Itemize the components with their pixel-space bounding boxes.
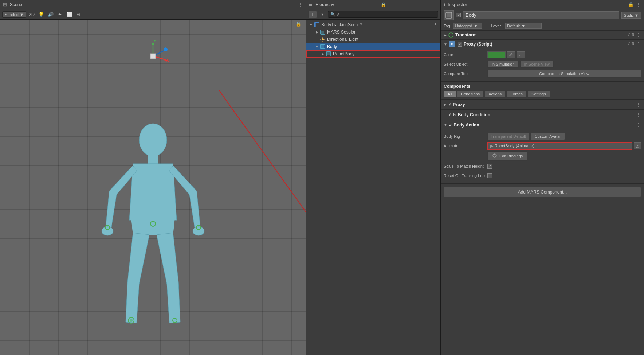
proxy-script-header[interactable]: ▼ # Proxy (Script) ? ⇅ ⋮	[441, 40, 644, 48]
custom-avatar-btn[interactable]: Custom Avatar	[531, 133, 565, 140]
search-label: All	[337, 12, 341, 17]
compare-simulation-btn[interactable]: Compare in Simulation View	[487, 70, 641, 78]
hierarchy-panel-title: Hierarchy	[315, 2, 334, 7]
edit-bindings-btn[interactable]: Edit Bindings	[487, 151, 527, 161]
scene-panel-header: ⊞ Scene ⋮	[0, 0, 306, 9]
tab-all[interactable]: All	[444, 90, 456, 98]
compare-tool-label: Compare Tool	[444, 71, 487, 76]
animator-label: Animator	[444, 144, 487, 148]
tab-actions[interactable]: Actions	[484, 90, 506, 98]
hierarchy-panel-header: ☰ Hierarchy 🔒 ⋮	[306, 0, 440, 9]
robot-body-icon	[326, 51, 331, 57]
hierarchy-lock-icon: 🔒	[381, 2, 386, 7]
color-more-btn[interactable]: ...	[517, 51, 525, 58]
btn-audio[interactable]: 🔊	[47, 11, 55, 18]
body-condition-title: ✓ Is Body Condition	[448, 112, 490, 117]
svg-point-45	[495, 156, 496, 157]
transform-component-header[interactable]: ▶ Transform ? ⇅ ⋮	[441, 31, 644, 39]
tab-settings[interactable]: Settings	[527, 90, 550, 98]
proxy-list-item[interactable]: ▶ ✓ Proxy ⋮	[441, 100, 644, 110]
eyedropper-btn[interactable]: 🖊	[507, 51, 515, 58]
btn-light[interactable]: 💡	[37, 11, 45, 18]
body-action-title: ✓ Body Action	[449, 122, 479, 128]
in-simulation-btn[interactable]: In Simulation	[487, 61, 519, 68]
body-condition-item[interactable]: ▶ ✓ Is Body Condition ⋮	[441, 110, 644, 120]
body-action-component: ▼ ✓ Body Action ⋮ Body Rig Transparent D…	[441, 120, 644, 184]
tree-item-robot-body[interactable]: ▶ RobotBody	[306, 50, 440, 58]
shading-dropdown[interactable]: Shaded ▼	[2, 11, 26, 18]
transparent-default-btn[interactable]: Transparent Default	[487, 133, 529, 140]
transform-help-icon[interactable]: ?	[628, 32, 630, 38]
components-label: Components	[444, 84, 641, 89]
scene-viewport: Y X Z	[0, 20, 306, 355]
inspector-content: Static ▼ Tag Untagged ▼ Layer Default ▼	[441, 9, 644, 355]
transform-icon	[448, 32, 454, 38]
animator-icon: ▶	[490, 144, 493, 148]
proxy-enabled-checkbox[interactable]	[458, 42, 462, 47]
btn-2d[interactable]: 2D	[28, 11, 36, 18]
scene-panel-menu[interactable]: ⋮	[298, 2, 303, 8]
tree-item-body[interactable]: ▼ Body	[306, 43, 440, 50]
add-component-row: Add MARS Component...	[441, 184, 644, 200]
object-name-row: Static ▼	[441, 9, 644, 21]
tree-arrow-scene: ▼	[309, 23, 313, 27]
edit-bindings-row: Edit Bindings	[444, 151, 641, 161]
svg-text:Y: Y	[154, 40, 156, 43]
tree-item-mars-session[interactable]: ▶ MARS Session	[306, 28, 440, 36]
animator-target-btn[interactable]: ◎	[634, 142, 641, 149]
body-action-menu[interactable]: ⋮	[636, 122, 641, 128]
scale-row: Scale To Match Height	[444, 162, 641, 170]
body-condition-menu[interactable]: ⋮	[636, 112, 641, 118]
search-box: 🔍 All	[328, 11, 438, 18]
select-object-label: Select Object	[444, 62, 487, 66]
tab-conditions[interactable]: Conditions	[457, 90, 484, 98]
add-component-btn[interactable]: Add MARS Component...	[444, 187, 641, 197]
edit-bindings-value: Edit Bindings	[487, 151, 641, 161]
proxy-list-expand: ▶	[444, 102, 447, 106]
tree-item-scene[interactable]: ▼ BodyTrackingScene* ⋮	[306, 21, 440, 28]
hierarchy-panel: ☰ Hierarchy 🔒 ⋮ + ▼ 🔍 All ▼ BodyTracking…	[306, 0, 441, 355]
scene-item-menu[interactable]: ⋮	[433, 23, 437, 27]
hierarchy-panel-menu[interactable]: ⋮	[432, 2, 437, 8]
gizmo-widget: Y X Z	[137, 40, 169, 73]
transform-align-icon[interactable]: ⇅	[631, 32, 635, 38]
scale-checkbox[interactable]	[487, 164, 492, 169]
proxy-align-icon[interactable]: ⇅	[631, 41, 635, 47]
animator-field[interactable]: ▶ RobotBody (Animator)	[487, 142, 632, 150]
add-hierarchy-btn[interactable]: +	[308, 11, 317, 18]
tab-forces[interactable]: Forces	[506, 90, 527, 98]
color-swatch[interactable]	[487, 51, 506, 58]
animator-value: ▶ RobotBody (Animator) ◎	[487, 142, 641, 150]
static-button[interactable]: Static ▼	[621, 12, 641, 19]
btn-gizmo[interactable]: ⊕	[75, 11, 83, 18]
animator-row: Animator ▶ RobotBody (Animator) ◎	[444, 142, 641, 150]
btn-scene[interactable]: ⬜	[66, 11, 74, 18]
dir-light-icon	[320, 36, 326, 42]
object-name-input[interactable]	[463, 11, 619, 19]
tree-item-dir-light[interactable]: ▶ Directional Light	[306, 36, 440, 43]
layer-dropdown[interactable]: Default ▼	[505, 23, 542, 29]
proxy-script-body: Color 🖊 ... Select Object In Simulation …	[441, 48, 644, 81]
reset-checkbox[interactable]	[487, 173, 492, 178]
proxy-help-icon[interactable]: ?	[628, 41, 630, 47]
svg-rect-32	[321, 45, 324, 48]
hierarchy-dropdown-btn[interactable]: ▼	[318, 11, 326, 18]
body-label: Body	[327, 44, 337, 49]
body-action-header[interactable]: ▼ ✓ Body Action ⋮	[441, 120, 644, 130]
proxy-script-title: Proxy (Script)	[464, 42, 626, 47]
tag-dropdown[interactable]: Untagged ▼	[453, 23, 482, 29]
inspector-menu[interactable]: ⋮	[636, 2, 641, 8]
transform-icons: ? ⇅ ⋮	[628, 32, 641, 38]
proxy-three-dots[interactable]: ⋮	[636, 41, 641, 47]
robot-body-label: RobotBody	[333, 51, 354, 56]
btn-fx[interactable]: ✦	[56, 11, 64, 18]
tree-arrow-mars: ▶	[315, 30, 319, 34]
object-enabled-checkbox[interactable]	[456, 13, 461, 17]
transform-three-dots[interactable]: ⋮	[636, 32, 641, 38]
proxy-script-component: ▼ # Proxy (Script) ? ⇅ ⋮ Color	[441, 40, 644, 82]
in-scene-btn[interactable]: In Scene View	[520, 61, 554, 68]
svg-point-26	[322, 38, 324, 40]
proxy-item-title: ✓ Proxy	[448, 102, 465, 107]
dir-light-label: Directional Light	[327, 37, 358, 42]
proxy-item-menu[interactable]: ⋮	[636, 102, 641, 108]
